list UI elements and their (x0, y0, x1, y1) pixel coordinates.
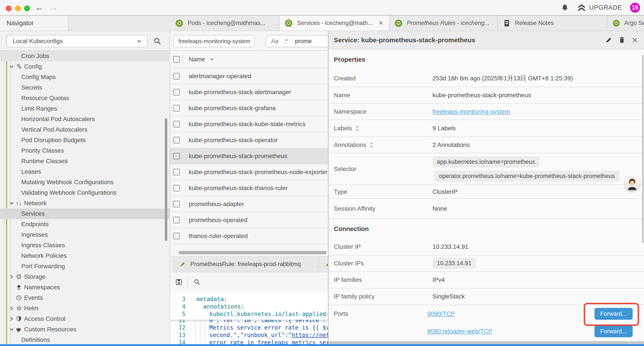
close-tab-icon[interactable]: ✕ (378, 20, 384, 26)
avatar[interactable] (625, 176, 640, 191)
tab-release-notes[interactable]: Release Notes (498, 15, 608, 31)
sidebar-item-services[interactable]: Services (0, 209, 170, 219)
row-checkbox[interactable] (173, 73, 180, 79)
back-button[interactable]: ← (35, 2, 44, 13)
table-row[interactable]: kube-prometheus-stack-operator (170, 132, 328, 148)
sidebar-item-cron-jobs[interactable]: Cron Jobs (0, 51, 170, 61)
sidebar-section-config[interactable]: Config (0, 61, 170, 72)
sidebar-section-network[interactable]: ↑↓ Network (0, 198, 170, 209)
expand-collapse-icon[interactable] (355, 125, 360, 132)
table-row[interactable]: kube-prometheus-stack-alertmanager (170, 84, 328, 100)
sidebar-item-limit-ranges[interactable]: Limit Ranges (0, 103, 170, 114)
namespace-link[interactable]: freeleaps-monitoring-system (432, 108, 510, 115)
sidebar-item-secrets[interactable]: Secrets (0, 82, 170, 93)
row-checkbox[interactable] (173, 169, 180, 175)
row-checkbox[interactable] (173, 201, 180, 207)
drawer-scrollbar[interactable] (642, 55, 644, 243)
sidebar-section-storage[interactable]: Storage (0, 272, 170, 282)
forward-button[interactable]: → (49, 2, 58, 13)
port-link[interactable]: 8080:reloader-web/TCP (427, 328, 492, 335)
table-row[interactable]: thanos-ruler-operated (170, 228, 328, 244)
cluster-ip-chip[interactable]: 10.233.14.91 (432, 258, 476, 269)
notification-count-badge[interactable]: 15 (630, 3, 640, 13)
row-checkbox[interactable] (173, 185, 180, 191)
property-row-name: Name kube-prometheus-stack-prometheus (328, 87, 644, 104)
match-case-toggle[interactable]: Aa (271, 38, 278, 45)
table-row[interactable]: kube-prometheus-stack-kube-state-metrics (170, 116, 328, 132)
sidebar-section-custom-resources[interactable]: Custom Resources (0, 324, 170, 335)
table-row[interactable]: alertmanager-operated (170, 68, 328, 84)
search-icon[interactable] (193, 278, 201, 286)
table-row-selected[interactable]: kube-prometheus-stack-prometheus (170, 148, 328, 164)
notifications-bell-icon[interactable] (561, 3, 569, 12)
annotation-highlight-box (584, 303, 639, 326)
close-icon[interactable] (631, 36, 638, 43)
sidebar-item-config-maps[interactable]: Config Maps (0, 72, 170, 82)
filter-search-input[interactable]: Aa .* prome (266, 35, 328, 47)
expand-collapse-icon[interactable] (369, 142, 374, 148)
tab-pods[interactable]: Pods - icecheng@mathmas... (170, 15, 280, 31)
forward-button[interactable]: Forward... (594, 326, 632, 337)
namespace-selector[interactable]: freeleaps-monitoring-system (173, 35, 255, 47)
editor-toolbar (170, 272, 328, 292)
sidebar-item-ingresses[interactable]: Ingresses (0, 230, 170, 240)
sidebar-item-leases[interactable]: Leases (0, 166, 170, 177)
sidebar-item-runtime-classes[interactable]: Runtime Classes (0, 156, 170, 166)
sidebar-scrollbar[interactable] (165, 118, 167, 241)
selector-chip[interactable]: app.kubernetes.io/name=prometheus (432, 156, 540, 168)
sidebar-item-mutating-webhook-configurations[interactable]: Mutating Webhook Configurations (0, 177, 170, 187)
search-icon[interactable] (153, 37, 162, 45)
row-checkbox[interactable] (173, 217, 180, 223)
table-row[interactable]: kube-prometheus-stack-prometheus-node-ex… (170, 164, 328, 180)
name-column-header[interactable]: Name (189, 56, 205, 63)
table-row[interactable]: kube-prometheus-stack-thanos-ruler (170, 180, 328, 196)
sidebar-item-ingress-classes[interactable]: Ingress Classes (0, 240, 170, 251)
sidebar-item-validating-webhook-configurations[interactable]: Validating Webhook Configurations (0, 187, 170, 198)
port-link[interactable]: 9090/TCP (427, 310, 455, 317)
sidebar-section-namespaces[interactable]: Namespaces (0, 282, 170, 293)
url-link[interactable]: https://net (292, 332, 328, 338)
sidebar-item-definitions[interactable]: Definitions (0, 335, 170, 345)
minimize-window-button[interactable] (15, 5, 21, 11)
navigator-pane-tab[interactable]: Navigator (0, 15, 68, 31)
sidebar-item-network-policies[interactable]: Network Policies (0, 251, 170, 261)
zoom-window-button[interactable] (24, 5, 30, 11)
sidebar-item-resource-quotas[interactable]: Resource Quotas (0, 93, 170, 103)
sidebar-item-port-forwarding[interactable]: Port Forwarding (0, 261, 170, 272)
edit-pencil-icon[interactable] (605, 36, 612, 44)
sidebar-section-access-control[interactable]: Access Control (0, 314, 170, 324)
kubeconfig-selector[interactable]: Local Kubeconfigs (6, 35, 147, 47)
tab-prometheus-rules[interactable]: Prometheus Rules - icecheng... (389, 15, 498, 31)
chevron-right-icon (9, 316, 14, 322)
row-checkbox[interactable] (173, 89, 180, 95)
sidebar-section-events[interactable]: Events (0, 293, 170, 303)
sidebar-item-priority-classes[interactable]: Priority Classes (0, 145, 170, 156)
selector-chip[interactable]: operator.prometheus.io/name=kube-prometh… (435, 171, 619, 182)
delete-trash-icon[interactable] (618, 36, 626, 44)
sidebar-item-endpoints[interactable]: Endpoints (0, 219, 170, 230)
select-all-checkbox[interactable] (173, 56, 180, 63)
tab-services[interactable]: Services - icecheng@math... ✕ (280, 15, 389, 31)
row-checkbox[interactable] (173, 233, 180, 239)
sidebar-item-pod-disruption-budgets[interactable]: Pod Disruption Budgets (0, 135, 170, 145)
table-row[interactable]: prometheus-operated (170, 212, 328, 228)
regex-toggle[interactable]: .* (284, 38, 288, 45)
row-checkbox[interactable] (173, 105, 180, 111)
upgrade-button[interactable]: UPGRADE (577, 3, 622, 12)
table-row[interactable]: prometheus-adapter (170, 196, 328, 212)
table-row[interactable]: kube-prometheus-stack-grafana (170, 100, 328, 116)
row-checkbox[interactable] (173, 121, 180, 127)
property-row-type: Type ClusterIP (328, 185, 644, 199)
tab-argo[interactable]: Argo Se (608, 15, 644, 31)
row-checkbox[interactable] (173, 137, 180, 143)
sidebar-item-vertical-pod-autoscalers[interactable]: Vertical Pod Autoscalers (0, 124, 170, 135)
editor-tab-partial[interactable] (319, 257, 328, 272)
sidebar-section-helm[interactable]: Helm (0, 303, 170, 314)
sidebar-item-horizontal-pod-autoscalers[interactable]: Horizontal Pod Autoscalers (0, 114, 170, 124)
yaml-editor[interactable]: 110","for":"1m","labels":{"service":"m 1… (170, 292, 328, 346)
close-window-button[interactable] (6, 5, 12, 11)
editor-tab-prometheusrule[interactable]: PrometheusRule: freeleaps-prod-rabbitmq (173, 257, 318, 272)
row-checkbox[interactable] (173, 153, 180, 159)
save-icon[interactable] (175, 278, 183, 286)
horizontal-scrollbar[interactable] (179, 251, 326, 254)
